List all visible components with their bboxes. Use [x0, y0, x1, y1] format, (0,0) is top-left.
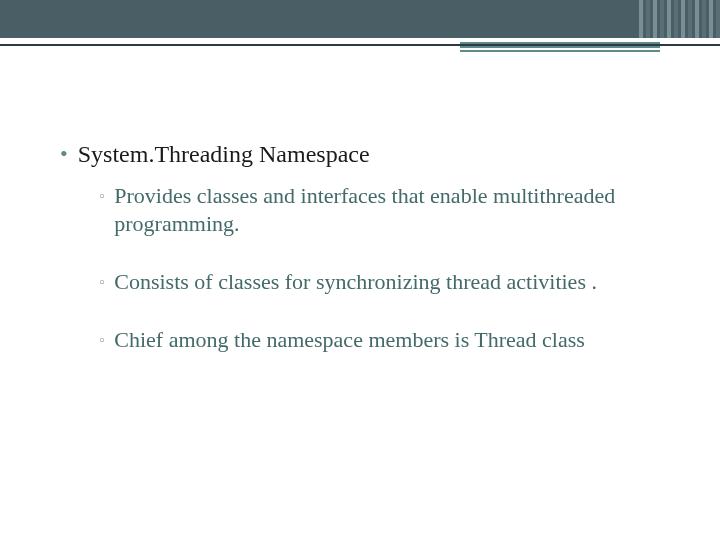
slide-divider [0, 44, 720, 62]
square-bullet-icon: ▫ [100, 326, 104, 354]
sub-bullet-item: ▫ Provides classes and interfaces that e… [100, 182, 660, 238]
main-bullet-item: • System.Threading Namespace [60, 140, 660, 168]
slide-content: • System.Threading Namespace ▫ Provides … [0, 62, 720, 354]
sub-bullet-text: Chief among the namespace members is Thr… [114, 326, 585, 354]
divider-accent-lines [460, 42, 660, 52]
sub-bullet-item: ▫ Chief among the namespace members is T… [100, 326, 660, 354]
bullet-icon: • [60, 140, 68, 168]
sub-bullet-text: Consists of classes for synchronizing th… [114, 268, 597, 296]
sub-bullet-list: ▫ Provides classes and interfaces that e… [100, 182, 660, 354]
square-bullet-icon: ▫ [100, 182, 104, 210]
sub-bullet-item: ▫ Consists of classes for synchronizing … [100, 268, 660, 296]
sub-bullet-text: Provides classes and interfaces that ena… [114, 182, 660, 238]
square-bullet-icon: ▫ [100, 268, 104, 296]
header-stripe-decoration [636, 0, 720, 38]
slide-header-band [0, 0, 720, 38]
main-bullet-text: System.Threading Namespace [78, 140, 370, 168]
